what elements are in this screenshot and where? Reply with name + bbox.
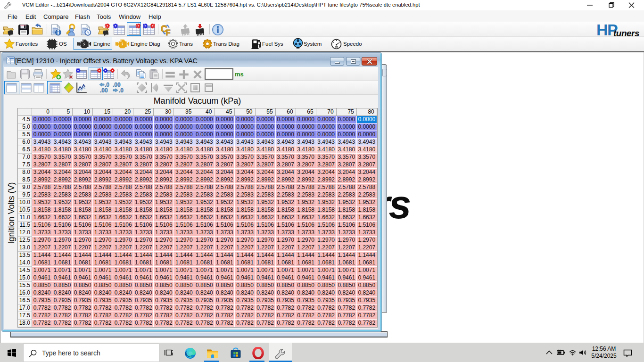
svg-text:.0: .0 [119, 87, 124, 93]
svg-text:F: F [166, 28, 171, 36]
svg-text:.00: .00 [100, 87, 108, 93]
